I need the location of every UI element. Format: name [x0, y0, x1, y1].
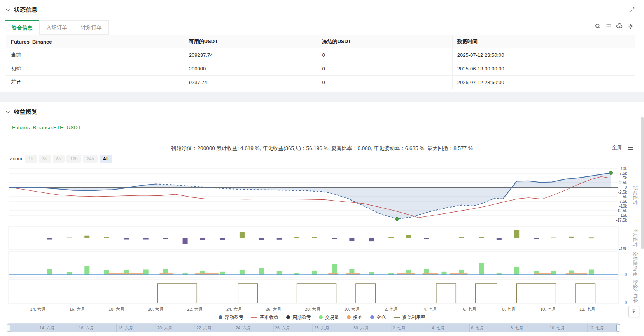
zoom-label: Zoom	[10, 156, 22, 162]
chart-legend: 浮动盈亏基准收益周期盈亏交易量多仓空仓资金利用率	[0, 314, 644, 321]
zoom-3h-button[interactable]: 3h	[39, 155, 51, 163]
zoom-all-button[interactable]: All	[100, 155, 112, 163]
svg-text:2. 七月: 2. 七月	[385, 307, 398, 311]
zoom-12h-button[interactable]: 12h	[66, 155, 81, 163]
svg-text:4. 七月: 4. 七月	[424, 307, 437, 311]
tab-plan-orders[interactable]: 计划订单	[74, 20, 109, 35]
vertical-scrollbar[interactable]	[641, 117, 644, 249]
svg-text:-7.5k: -7.5k	[618, 199, 627, 204]
gear-icon[interactable]	[627, 23, 634, 30]
svg-text:26. 六月: 26. 六月	[275, 325, 290, 330]
svg-text:2. 七月: 2. 七月	[393, 325, 406, 330]
svg-text:20. 六月: 20. 六月	[157, 325, 172, 330]
svg-text:8. 七月: 8. 七月	[511, 325, 523, 330]
svg-text:-16k: -16k	[620, 247, 627, 251]
legend-item-6[interactable]: 空仓	[370, 314, 386, 321]
svg-text:22. 六月: 22. 六月	[187, 307, 203, 311]
row-label-diff[interactable]: 差异	[6, 76, 184, 89]
chevron-down-icon[interactable]	[5, 7, 11, 13]
svg-text:0: 0	[625, 185, 627, 190]
zoom-8h-button[interactable]: 8h	[53, 155, 65, 163]
svg-text:30. 六月: 30. 六月	[354, 325, 369, 330]
diff-frozen: 0	[317, 76, 452, 89]
table-row-diff: 差异 9237.74 0 2025-07-12 23:50:00	[6, 76, 635, 89]
status-card: 状态信息 资金信息 入场订单 计划订单	[0, 0, 644, 92]
row-label-current[interactable]: 当前	[6, 48, 184, 62]
svg-text:18. 六月: 18. 六月	[118, 325, 133, 330]
initial-frozen: 0	[317, 62, 452, 76]
svg-text:30. 六月: 30. 六月	[344, 307, 360, 311]
legend-label: 空仓	[376, 314, 386, 321]
chart-menu-icon[interactable]	[627, 144, 634, 151]
circle-swatch-icon	[319, 315, 323, 319]
legend-label: 多仓	[353, 314, 362, 321]
fullscreen-button[interactable]: 全屏	[612, 144, 622, 151]
section-title-status: 状态信息	[14, 6, 37, 14]
col-available-usdt: 可用的USDT	[184, 35, 317, 48]
svg-text:22. 六月: 22. 六月	[196, 325, 212, 330]
svg-text:2.5k: 2.5k	[620, 181, 627, 185]
legend-label: 资金利用率	[402, 314, 425, 321]
svg-text:24. 六月: 24. 六月	[236, 325, 251, 330]
circle-swatch-icon	[370, 315, 374, 319]
svg-text:16. 六月: 16. 六月	[79, 325, 94, 330]
menu-icon[interactable]	[605, 23, 612, 30]
legend-label: 周期盈亏	[292, 314, 311, 321]
col-account: Futures_Binance	[6, 35, 184, 48]
legend-item-4[interactable]: 交易量	[319, 314, 339, 321]
fund-table: Futures_Binance 可用的USDT 冻结的USDT 数据时间 当前 …	[6, 35, 635, 89]
svg-text:26. 六月: 26. 六月	[266, 307, 281, 311]
svg-text:16. 六月: 16. 六月	[69, 307, 85, 311]
svg-text:周期盈亏: 周期盈亏	[633, 228, 638, 247]
initial-time: 2025-06-13 00:00:00	[452, 62, 635, 76]
svg-text:14. 六月: 14. 六月	[40, 325, 55, 330]
svg-text:12. 七月: 12. 七月	[589, 325, 604, 330]
svg-text:6. 七月: 6. 七月	[471, 325, 484, 330]
svg-text:-15k: -15k	[620, 213, 627, 218]
current-available: 209237.74	[184, 48, 317, 62]
table-row-current: 当前 209237.74 0 2025-07-12 23:50:00	[6, 48, 635, 62]
svg-text:交易量/持仓: 交易量/持仓	[633, 252, 638, 276]
current-time: 2025-07-12 23:50:00	[452, 48, 635, 62]
tab-fund-info[interactable]: 资金信息	[5, 20, 40, 35]
legend-label: 基准收益	[260, 314, 278, 321]
svg-text:10. 七月: 10. 七月	[550, 325, 565, 330]
svg-text:资金利用率: 资金利用率	[633, 280, 638, 303]
tab-symbol-eth-usdt[interactable]: Futures_Binance.ETH_USDT	[5, 120, 88, 135]
svg-text:-17.5k: -17.5k	[616, 218, 627, 222]
diff-available: 9237.74	[184, 76, 317, 89]
initial-available: 200000	[184, 62, 317, 76]
svg-text:0: 0	[625, 273, 627, 277]
svg-text:5k: 5k	[623, 176, 627, 180]
svg-text:20. 六月: 20. 六月	[148, 307, 163, 311]
svg-text:-12.5k: -12.5k	[616, 209, 627, 213]
tab-entry-orders[interactable]: 入场订单	[39, 20, 74, 35]
svg-text:28. 六月: 28. 六月	[314, 325, 329, 330]
svg-text:6. 七月: 6. 七月	[463, 307, 476, 311]
svg-text:10k: 10k	[621, 167, 627, 171]
back-to-top-button[interactable]	[628, 306, 639, 317]
legend-item-3[interactable]: 周期盈亏	[286, 314, 311, 321]
zoom-24h-button[interactable]: 24h	[83, 155, 98, 163]
profit-chart[interactable]: 10k7.5k5k2.5k0-2.5k-5k-7.5k-10k-12.5k-15…	[0, 164, 644, 333]
legend-item-2[interactable]: 基准收益	[251, 314, 278, 321]
zoom-1h-button[interactable]: 1h	[25, 155, 37, 163]
legend-label: 交易量	[325, 314, 339, 321]
col-data-time: 数据时间	[452, 35, 635, 48]
svg-text:0: 0	[625, 301, 627, 305]
svg-text:28. 六月: 28. 六月	[305, 307, 320, 311]
fullscreen-expand-icon[interactable]	[628, 6, 635, 13]
search-icon[interactable]	[594, 23, 601, 30]
svg-text:24. 六月: 24. 六月	[226, 307, 242, 311]
svg-text:18. 六月: 18. 六月	[108, 307, 124, 311]
chevron-down-icon[interactable]	[5, 109, 11, 115]
legend-item-1[interactable]: 浮动盈亏	[219, 314, 243, 321]
svg-text:4. 七月: 4. 七月	[432, 325, 445, 330]
legend-item-7[interactable]: 资金利用率	[394, 314, 425, 321]
col-frozen-usdt: 冻结的USDT	[317, 35, 452, 48]
cloud-download-icon[interactable]	[616, 23, 623, 30]
legend-item-5[interactable]: 多仓	[347, 314, 362, 321]
svg-text:-5k: -5k	[621, 195, 627, 199]
svg-text:-2.5k: -2.5k	[618, 190, 627, 194]
performance-stats: 初始净值：200000 累计收益: 4.619 %, 年化收益(365天)：56…	[0, 145, 644, 152]
